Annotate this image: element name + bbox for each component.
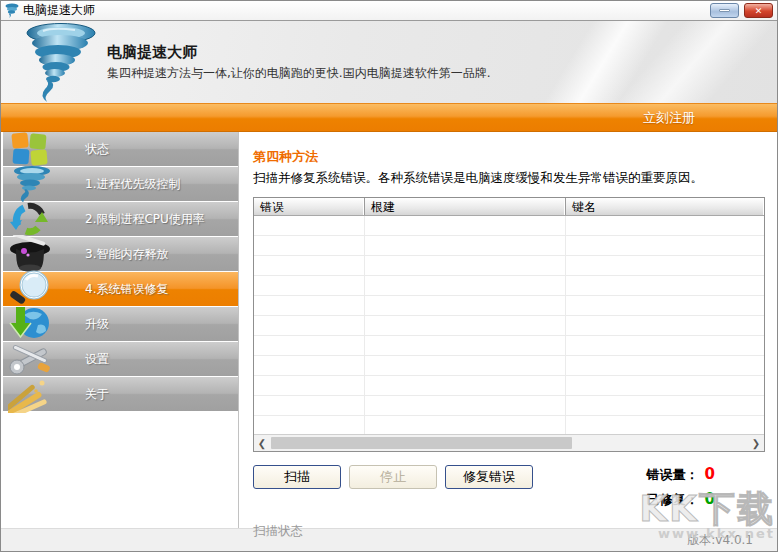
column-header-rootkey[interactable]: 根建 xyxy=(365,198,566,215)
table-cell xyxy=(365,416,566,434)
banner-subtitle: 集四种提速方法与一体,让你的电脑跑的更快.国内电脑提速软件第一品牌. xyxy=(107,65,490,82)
table-cell xyxy=(566,276,764,296)
table-row xyxy=(254,316,764,336)
table-cell xyxy=(365,376,566,396)
table-cell xyxy=(365,336,566,356)
table-cell xyxy=(254,296,365,316)
sidebar-item-label: 1.进程优先级控制 xyxy=(85,176,180,193)
register-link[interactable]: 立刻注册 xyxy=(643,109,777,127)
magnifier-icon xyxy=(8,270,60,308)
stop-button[interactable]: 停止 xyxy=(349,465,437,489)
error-table-header: 错误 根建 键名 xyxy=(254,198,764,216)
error-count-value: 0 xyxy=(705,465,715,483)
sidebar: 状态 1.进程优先级控制 xyxy=(1,132,238,528)
fixed-count-value: 0 xyxy=(705,490,715,508)
main-panel: 第四种方法 扫描并修复系统错误。各种系统错误是电脑速度缓慢和发生异常错误的重要原… xyxy=(238,132,777,528)
scan-button[interactable]: 扫描 xyxy=(253,465,341,489)
table-cell xyxy=(365,296,566,316)
banner-text: 电脑提速大师 集四种提速方法与一体,让你的电脑跑的更快.国内电脑提速软件第一品牌… xyxy=(107,43,490,82)
tornado-icon xyxy=(8,165,60,203)
scroll-right-icon[interactable]: ❯ xyxy=(748,436,764,451)
table-cell xyxy=(254,376,365,396)
table-cell xyxy=(566,376,764,396)
table-cell xyxy=(254,356,365,376)
table-cell xyxy=(566,216,764,236)
method-title: 第四种方法 xyxy=(253,148,765,166)
tornado-logo xyxy=(23,23,99,103)
table-row xyxy=(254,356,764,376)
error-count-row: 错误量：0 xyxy=(647,465,715,484)
tools-icon xyxy=(8,340,60,378)
sidebar-item-label: 设置 xyxy=(85,351,109,368)
magic-hat-icon xyxy=(8,235,60,273)
table-cell xyxy=(365,236,566,256)
globe-download-icon xyxy=(8,305,60,343)
table-row xyxy=(254,336,764,356)
table-row xyxy=(254,276,764,296)
sidebar-item-settings[interactable]: 设置 xyxy=(3,342,238,376)
sidebar-item-process-priority[interactable]: 1.进程优先级控制 xyxy=(3,167,238,201)
title-bar[interactable]: 电脑提速大师 ✕ xyxy=(1,1,777,21)
sidebar-item-label: 2.限制进程CPU使用率 xyxy=(85,211,205,228)
counters: 错误量：0 已修复：0 xyxy=(647,465,715,515)
table-cell xyxy=(566,236,764,256)
table-cell xyxy=(566,316,764,336)
sidebar-item-memory-release[interactable]: 3.智能内存释放 xyxy=(3,237,238,271)
sidebar-item-label: 关于 xyxy=(85,386,109,403)
table-row xyxy=(254,416,764,434)
scrollbar-thumb[interactable] xyxy=(271,437,572,449)
table-row xyxy=(254,396,764,416)
sidebar-item-cpu-limit[interactable]: 2.限制进程CPU使用率 xyxy=(3,202,238,236)
tornado-icon xyxy=(5,3,19,19)
sidebar-item-label: 3.智能内存释放 xyxy=(85,246,168,263)
minimize-icon xyxy=(719,9,730,12)
table-cell xyxy=(566,256,764,276)
fixed-count-row: 已修复：0 xyxy=(647,490,715,509)
body: 状态 1.进程优先级控制 xyxy=(1,132,777,528)
table-cell xyxy=(365,276,566,296)
sidebar-item-label: 4.系统错误修复 xyxy=(85,281,168,298)
table-cell xyxy=(254,336,365,356)
sidebar-item-status[interactable]: 状态 xyxy=(3,132,238,166)
scroll-left-icon[interactable]: ❮ xyxy=(254,436,270,451)
table-cell xyxy=(566,356,764,376)
table-cell xyxy=(254,316,365,336)
action-row: 扫描 停止 修复错误 错误量：0 已修复：0 xyxy=(253,465,765,515)
sidebar-item-label: 升级 xyxy=(85,316,109,333)
table-cell xyxy=(566,336,764,356)
close-icon: ✕ xyxy=(755,6,763,16)
header-banner: 电脑提速大师 集四种提速方法与一体,让你的电脑跑的更快.国内电脑提速软件第一品牌… xyxy=(1,21,777,103)
close-button[interactable]: ✕ xyxy=(744,3,773,18)
sidebar-item-upgrade[interactable]: 升级 xyxy=(3,307,238,341)
error-count-label: 错误量： xyxy=(647,467,699,482)
table-cell xyxy=(566,416,764,434)
table-cell xyxy=(566,396,764,416)
banner-title: 电脑提速大师 xyxy=(107,43,490,62)
about-icon xyxy=(8,375,60,413)
scan-status-text: 扫描状态 xyxy=(253,523,765,540)
fix-errors-button[interactable]: 修复错误 xyxy=(445,465,533,489)
table-cell xyxy=(365,396,566,416)
table-cell xyxy=(254,276,365,296)
table-cell xyxy=(365,256,566,276)
recycle-icon xyxy=(8,200,60,238)
table-row xyxy=(254,216,764,236)
table-row xyxy=(254,376,764,396)
method-description: 扫描并修复系统错误。各种系统错误是电脑速度缓慢和发生异常错误的重要原因。 xyxy=(253,170,765,187)
sidebar-item-error-fix[interactable]: 4.系统错误修复 xyxy=(3,272,238,306)
sidebar-item-label: 状态 xyxy=(85,141,109,158)
error-table: 错误 根建 键名 ❮ ❯ xyxy=(253,197,765,452)
column-header-error[interactable]: 错误 xyxy=(254,198,365,215)
table-cell xyxy=(254,216,365,236)
table-row xyxy=(254,236,764,256)
table-cell xyxy=(254,256,365,276)
minimize-button[interactable] xyxy=(710,3,739,18)
column-header-keyname[interactable]: 键名 xyxy=(566,198,764,215)
table-cell xyxy=(365,216,566,236)
sidebar-item-about[interactable]: 关于 xyxy=(3,377,238,411)
app-window: 电脑提速大师 ✕ xyxy=(0,0,778,552)
error-table-body[interactable] xyxy=(254,216,764,434)
table-cell xyxy=(365,356,566,376)
table-cell xyxy=(566,296,764,316)
horizontal-scrollbar[interactable]: ❮ ❯ xyxy=(254,434,764,451)
